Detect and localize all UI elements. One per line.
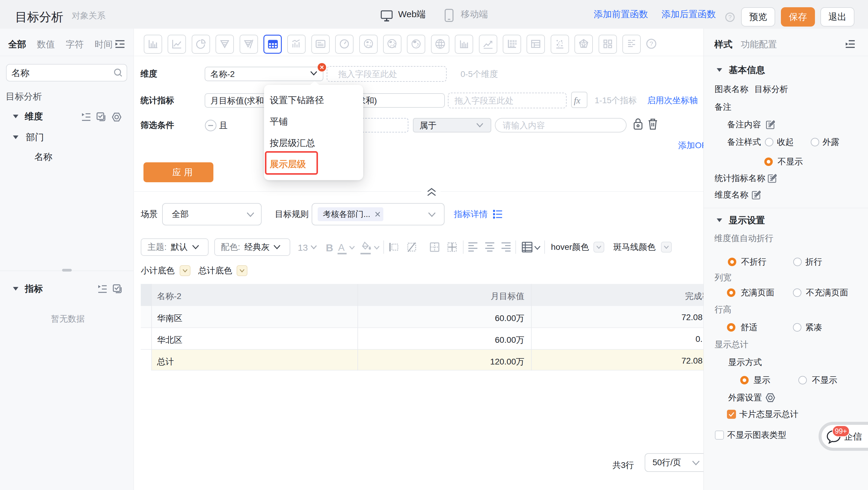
svg-text:CN: CN (367, 44, 373, 49)
svg-text:?: ? (650, 40, 653, 47)
svg-text:?: ? (728, 14, 732, 21)
svg-text:CN: CN (390, 44, 396, 49)
